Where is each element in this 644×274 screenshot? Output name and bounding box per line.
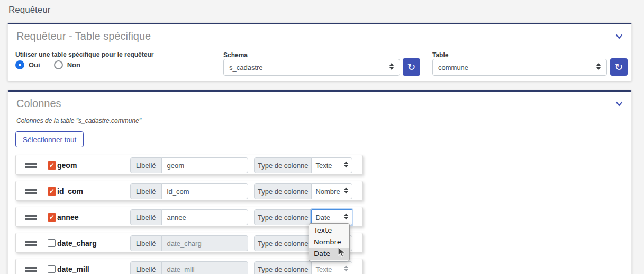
type-select-value: Date (315, 214, 330, 222)
libelle-label: Libellé (130, 235, 162, 251)
page-title: Requêteur (8, 5, 50, 15)
drag-handle-icon[interactable] (25, 267, 37, 272)
updown-icon (344, 213, 348, 222)
type-select-value: Nombre (315, 188, 340, 196)
radio-group: Oui Non (15, 60, 80, 69)
schema-label: Schema (223, 51, 248, 59)
table-refresh-button[interactable]: ↻ (610, 58, 628, 76)
drag-handle-icon[interactable] (25, 215, 37, 220)
checkbox-unchecked[interactable] (48, 239, 56, 247)
column-name: annee (57, 213, 78, 222)
type-select[interactable]: Texte (311, 157, 352, 173)
updown-icon (344, 161, 348, 170)
check-icon: ✓ (49, 188, 55, 195)
checkbox-checked[interactable]: ✓ (48, 161, 56, 170)
chevron-down-icon[interactable] (614, 100, 624, 108)
type-select-value: Texte (315, 266, 332, 273)
column-row-id_com: ✓ id_com Libellé Type de colonne Nombre (15, 181, 363, 201)
schema-refresh-button[interactable]: ↻ (403, 58, 420, 76)
specific-table-card: Requêteur - Table spécifique Utiliser un… (7, 23, 632, 81)
dropdown-option-nombre[interactable]: Nombre (309, 236, 349, 248)
libelle-group: Libellé (130, 209, 248, 225)
radio-unselected-icon (54, 60, 63, 69)
radio-selected-icon (15, 60, 24, 69)
type-label: Type de colonne (254, 235, 312, 251)
table-select-value: commune (438, 64, 468, 72)
schema-select[interactable]: s_cadastre (223, 59, 400, 76)
column-name: geom (57, 161, 77, 170)
updown-icon (596, 63, 601, 72)
updown-icon (344, 265, 348, 273)
schema-select-value: s_cadastre (229, 64, 263, 72)
drag-handle-icon[interactable] (25, 163, 37, 168)
type-select-value: Texte (315, 162, 332, 170)
type-select-dropdown: Texte Nombre Date (309, 223, 350, 261)
refresh-icon: ↻ (407, 62, 416, 72)
radio-non[interactable]: Non (54, 60, 80, 69)
type-group: Type de colonne Nombre (254, 183, 352, 199)
refresh-icon: ↻ (615, 62, 623, 72)
libelle-label: Libellé (130, 209, 162, 225)
libelle-input[interactable] (161, 183, 248, 199)
updown-icon (344, 187, 348, 196)
type-label: Type de colonne (254, 261, 312, 274)
column-name: id_com (57, 187, 83, 196)
updown-icon (389, 63, 394, 72)
dropdown-option-texte[interactable]: Texte (309, 225, 349, 236)
checkbox-checked[interactable]: ✓ (48, 213, 56, 222)
select-all-button[interactable]: Sélectionner tout (15, 131, 84, 147)
column-name: date_mill (57, 265, 89, 273)
radio-oui-label: Oui (29, 61, 40, 69)
libelle-group: Libellé (130, 235, 248, 251)
drag-handle-icon[interactable] (25, 189, 37, 194)
radio-oui[interactable]: Oui (15, 60, 40, 69)
libelle-label: Libellé (130, 157, 162, 173)
libelle-group: Libellé (130, 157, 248, 173)
type-label: Type de colonne (254, 183, 312, 199)
table-select[interactable]: commune (432, 59, 607, 76)
libelle-input[interactable] (161, 209, 248, 225)
checkbox-unchecked[interactable] (48, 265, 56, 273)
libelle-input-disabled (161, 261, 248, 274)
drag-handle-icon[interactable] (25, 241, 37, 246)
columns-description: Colonnes de la table "s_cadastre.commune… (16, 117, 141, 125)
card-title: Colonnes (16, 98, 61, 110)
libelle-label: Libellé (130, 261, 162, 274)
libelle-input-disabled (161, 235, 248, 251)
check-icon: ✓ (49, 214, 55, 221)
libelle-group: Libellé (130, 261, 248, 274)
type-label: Type de colonne (254, 209, 312, 225)
libelle-label: Libellé (130, 183, 162, 199)
type-select[interactable]: Nombre (311, 183, 352, 199)
card-title: Requêteur - Table spécifique (16, 30, 151, 42)
radio-non-label: Non (67, 61, 80, 69)
dropdown-option-date[interactable]: Date (309, 248, 349, 260)
type-label: Type de colonne (254, 157, 312, 173)
libelle-input[interactable] (161, 157, 248, 173)
check-icon: ✓ (49, 162, 55, 169)
toggle-label: Utiliser une table spécifique pour le re… (15, 51, 153, 58)
table-label: Table (432, 51, 448, 59)
libelle-group: Libellé (130, 183, 248, 199)
chevron-down-icon[interactable] (614, 33, 624, 40)
checkbox-checked[interactable]: ✓ (48, 187, 56, 196)
column-row-geom: ✓ geom Libellé Type de colonne Texte (15, 155, 363, 175)
type-group: Type de colonne Texte (254, 157, 352, 173)
column-name: date_charg (57, 239, 97, 248)
type-select-disabled: Texte (311, 261, 352, 274)
type-group: Type de colonne Texte (254, 261, 352, 274)
